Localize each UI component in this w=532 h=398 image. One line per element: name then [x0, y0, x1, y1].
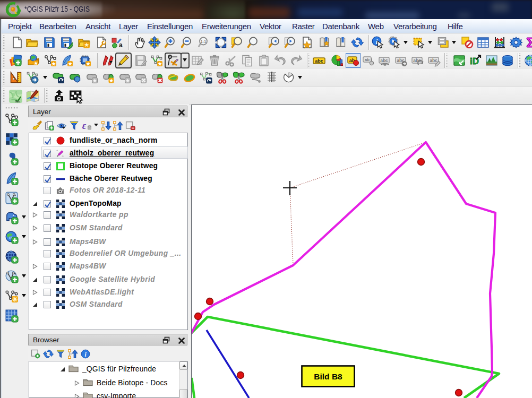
svg-text:Bild B8: Bild B8 [314, 372, 342, 381]
